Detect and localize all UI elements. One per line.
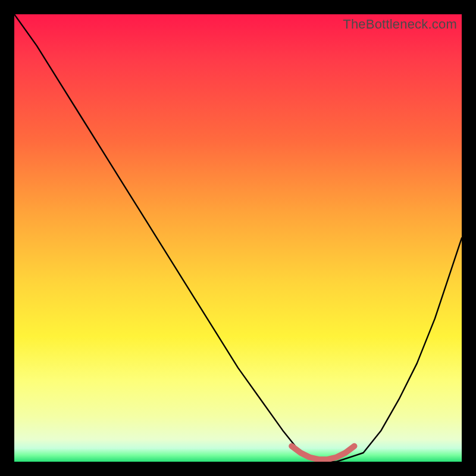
highlight-segment-path <box>292 446 354 460</box>
chart-frame: TheBottleneck.com <box>0 0 476 476</box>
plot-area: TheBottleneck.com <box>14 14 462 462</box>
bottleneck-curve-path <box>14 14 462 462</box>
chart-svg <box>14 14 462 462</box>
